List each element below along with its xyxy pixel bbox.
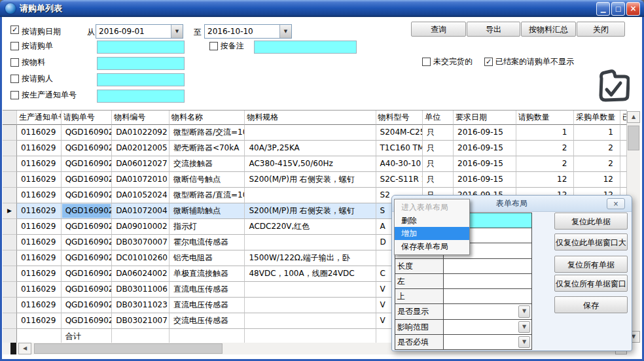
table-cell[interactable] [245, 282, 376, 298]
chevron-down-icon[interactable]: ▼ [279, 25, 291, 38]
date-from-combobox[interactable]: 2016-09-01 ▼ [96, 24, 183, 39]
menu-item[interactable]: 删除 [395, 214, 469, 227]
table-cell[interactable]: 0116029 [17, 282, 62, 298]
chevron-down-icon[interactable]: ▼ [171, 25, 183, 38]
column-header[interactable]: 生产通知单号 [17, 111, 62, 125]
table-cell[interactable]: QGD160902001 [62, 298, 113, 313]
property-value[interactable]: ▼ [444, 335, 531, 349]
table-cell[interactable]: 0116029 [17, 203, 62, 219]
table-cell[interactable]: 微型断路器/直流=10kA [170, 188, 245, 203]
table-cell[interactable]: 铝壳电阻器 [170, 250, 245, 266]
table-cell[interactable]: 单极直流接触器 [170, 266, 245, 282]
table-cell[interactable]: 直流电压传感器 [170, 282, 245, 298]
menu-item[interactable]: 增加 [395, 227, 469, 240]
table-cell[interactable]: S200(M/P)用 右侧安装，螺钉 [245, 172, 376, 188]
date-to-combobox[interactable]: 2016-10-10 ▼ [204, 24, 292, 39]
table-cell[interactable]: 指示灯 [170, 219, 245, 235]
table-row[interactable]: 0116029QGD160902001DA06012027交流接触器AC380-… [3, 156, 627, 172]
table-cell[interactable]: 2016-09-15 [454, 125, 516, 141]
table-cell[interactable]: DA02012005 [112, 141, 170, 156]
table-cell[interactable]: AC380-415V,50/60Hz [245, 156, 376, 172]
table-cell[interactable]: 2 [516, 156, 575, 172]
record-selector[interactable] [3, 266, 17, 282]
vscroll-thumb[interactable] [628, 126, 639, 150]
record-selector[interactable] [3, 235, 17, 250]
table-cell[interactable] [245, 235, 376, 250]
table-cell[interactable]: 2 [516, 141, 575, 156]
record-selector[interactable] [3, 125, 17, 141]
menu-item[interactable]: 保存表单布局 [395, 240, 469, 253]
action-button-3[interactable]: 按物料汇总 [521, 22, 576, 37]
remark-input[interactable] [254, 41, 357, 54]
column-header[interactable]: 物料型号 [376, 111, 423, 125]
column-header[interactable]: 单位 [423, 111, 454, 125]
property-value[interactable]: ▼ [444, 320, 531, 334]
column-header[interactable]: 采购单数量 [574, 111, 620, 125]
hscroll-thumb[interactable] [34, 343, 223, 354]
table-cell[interactable]: QGD160902001 [62, 313, 113, 329]
column-header[interactable]: 请购数量 [516, 111, 575, 125]
table-cell[interactable]: 0116029 [17, 313, 62, 329]
column-header[interactable]: 物料规格 [245, 111, 376, 125]
column-header[interactable]: 要求日期 [454, 111, 516, 125]
action-button-1[interactable]: 查询 [411, 22, 466, 37]
table-cell[interactable]: 交流接触器 [170, 156, 245, 172]
table-cell[interactable]: QGD160902001 [62, 141, 113, 156]
dialog-close-button[interactable]: × [607, 198, 625, 209]
table-cell[interactable]: 只 [423, 156, 454, 172]
dialog-button-3[interactable]: 复位所有单据 [554, 256, 628, 273]
flag-checkbox[interactable]: ✓ [484, 58, 493, 66]
action-button-4[interactable]: 关闭 [577, 22, 625, 37]
filter-checkbox[interactable] [10, 75, 19, 83]
table-cell[interactable]: DB03011023 [112, 298, 170, 313]
table-cell[interactable]: 48VDC，100A，线圈24VDC [245, 266, 376, 282]
table-cell[interactable]: 0116029 [17, 266, 62, 282]
table-row[interactable]: 0116029QGD160902001DA01072010微断信号触点S200(… [3, 172, 627, 188]
table-cell[interactable]: 1500W/122Ω,端子输出，卧 [245, 250, 376, 266]
column-header[interactable]: 物料名称 [170, 111, 245, 125]
property-value[interactable] [444, 289, 531, 303]
dialog-button-5[interactable]: 保存 [554, 296, 628, 313]
table-cell[interactable] [245, 313, 376, 329]
record-selector[interactable] [3, 219, 17, 235]
table-cell[interactable]: S2C-S11R 1 [376, 172, 423, 188]
table-cell[interactable]: QGD160902001 [62, 235, 113, 250]
filter-checkbox[interactable] [10, 42, 19, 50]
table-cell[interactable]: DA01072010 [112, 172, 170, 188]
record-selector[interactable] [3, 313, 17, 329]
table-cell[interactable]: S204M-C25 [376, 125, 423, 141]
filter-checkbox[interactable] [10, 91, 19, 99]
folder-check-icon[interactable] [597, 68, 630, 103]
maximize-button[interactable]: □ [611, 2, 625, 16]
chevron-down-icon[interactable]: ▼ [518, 321, 530, 333]
table-cell[interactable]: A40-30-10 3 [376, 156, 423, 172]
record-selector[interactable] [3, 141, 17, 156]
table-cell[interactable]: QGD160902001 [62, 266, 113, 282]
table-cell[interactable]: 直流电压传感器 [170, 298, 245, 313]
table-cell[interactable]: QGD160902001 [62, 125, 113, 141]
table-cell[interactable]: 交流电压传感器 [170, 313, 245, 329]
record-selector[interactable]: ▶ [3, 203, 17, 219]
dialog-button-1[interactable]: 复位此单据 [554, 213, 628, 230]
table-cell[interactable]: DB03070007 [112, 235, 170, 250]
dialog-button-4[interactable]: 仅复位所有单据窗口大小 [554, 275, 628, 292]
table-cell[interactable]: 霍尔电流传感器 [170, 235, 245, 250]
table-cell[interactable]: DA01052024 [112, 188, 170, 203]
table-cell[interactable]: 2016-09-15 [454, 172, 516, 188]
table-cell[interactable]: QGD160902001 [62, 219, 113, 235]
column-header[interactable]: 已 [620, 111, 627, 125]
column-header[interactable]: 物料编号 [112, 111, 170, 125]
table-cell[interactable]: 1 [516, 125, 575, 141]
flag-checkbox[interactable] [422, 58, 431, 66]
table-cell[interactable]: T1C160 TMD [376, 141, 423, 156]
table-cell[interactable]: 0116029 [17, 188, 62, 203]
table-cell[interactable]: 2 [574, 141, 620, 156]
table-cell[interactable]: ACDC220V,红色 [245, 219, 376, 235]
property-value[interactable] [444, 259, 531, 273]
table-cell[interactable] [245, 188, 376, 203]
table-cell[interactable]: 0116029 [17, 298, 62, 313]
property-value[interactable] [444, 274, 531, 288]
table-cell[interactable]: DB03021007 [112, 313, 170, 329]
record-selector[interactable] [3, 156, 17, 172]
close-button[interactable]: × [626, 2, 640, 16]
